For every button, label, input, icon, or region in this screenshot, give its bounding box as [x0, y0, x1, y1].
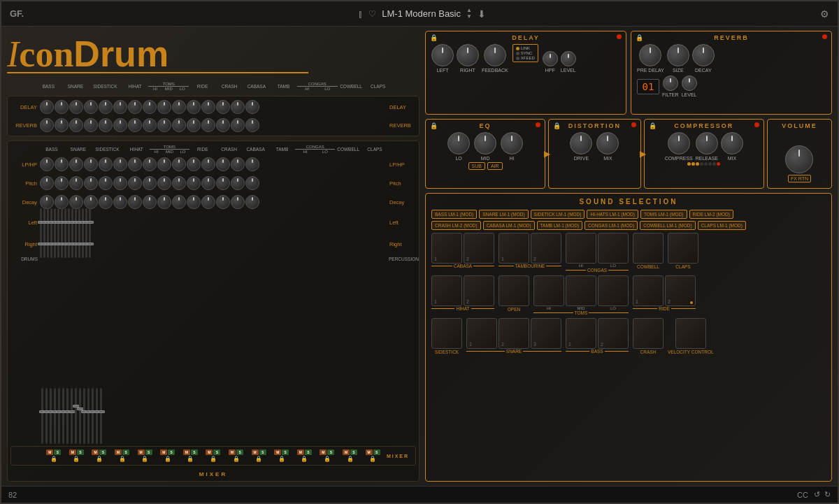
lphp-k15[interactable] [245, 157, 259, 171]
velocity-pad[interactable] [675, 318, 706, 349]
decay-k14[interactable] [231, 195, 245, 209]
snare-pad-3[interactable]: 3 [531, 318, 561, 349]
cabasa-pad-1[interactable]: 1 [431, 233, 462, 264]
solo-btn-3[interactable]: S [99, 449, 106, 455]
dist-mix-knob[interactable] [596, 132, 619, 154]
crash-pad[interactable] [633, 318, 664, 349]
decay-k3[interactable] [69, 195, 83, 209]
hihats-btn[interactable]: HI-HATS LM-1 (MOD) [587, 210, 638, 219]
solo-btn-2[interactable]: S [77, 449, 84, 455]
delay-knob-14[interactable] [231, 100, 245, 114]
lock-icon-4[interactable]: 🔒 [119, 456, 126, 462]
lphp-k2[interactable] [55, 157, 69, 171]
lphp-k14[interactable] [231, 157, 245, 171]
pitch-k4[interactable] [84, 176, 98, 190]
vol-fader-13[interactable] [92, 388, 94, 444]
lock-icon-3[interactable]: 🔒 [96, 456, 103, 462]
solo-btn-12[interactable]: S [305, 449, 312, 455]
eq-hi-knob[interactable] [501, 132, 523, 154]
mute-btn-9[interactable]: M [229, 449, 236, 455]
undo-icon[interactable]: ↺ [814, 490, 820, 499]
dist-drive-knob[interactable] [570, 132, 592, 154]
reverb-knob-3[interactable] [69, 118, 83, 132]
lock-icon-12[interactable]: 🔒 [301, 456, 308, 462]
delay-knob-13[interactable] [216, 100, 230, 114]
decay-k8[interactable] [143, 195, 157, 209]
toms-mid-pad[interactable] [566, 275, 596, 306]
reverb-lock[interactable]: 🔒 [636, 34, 643, 41]
tamb-btn[interactable]: TAMB LM-1 (MOD) [537, 221, 583, 230]
delay-knob-11[interactable] [187, 100, 201, 114]
solo-btn-14[interactable]: S [350, 449, 357, 455]
reverb-decay-knob[interactable] [692, 44, 715, 66]
toms-btn[interactable]: TOMS LM-1 (MOD) [640, 210, 687, 219]
vol-fader-12[interactable] [87, 388, 89, 444]
preset-name[interactable]: LM-1 Modern Basic [382, 8, 461, 19]
sidetick-btn[interactable]: SIDETICK LM-1 (MOD) [531, 210, 585, 219]
vol-fader-5[interactable] [58, 388, 60, 444]
solo-btn-5[interactable]: S [145, 449, 152, 455]
download-icon[interactable]: ⬇ [478, 8, 486, 20]
vol-fader-9[interactable] [75, 388, 77, 444]
open-pad[interactable] [499, 275, 529, 306]
sub-button[interactable]: SUB [468, 162, 485, 170]
lock-icon-8[interactable]: 🔒 [210, 456, 217, 462]
bass-pad-2[interactable]: 2 [598, 318, 629, 349]
solo-btn-9[interactable]: S [236, 449, 243, 455]
congas-btn[interactable]: CONGAS LM-1 (MOD) [585, 221, 638, 230]
decay-k13[interactable] [216, 195, 230, 209]
toms-hi-pad[interactable] [533, 275, 564, 306]
decay-k6[interactable] [113, 195, 127, 209]
mute-btn-15[interactable]: M [366, 449, 373, 455]
delay-knob-6[interactable] [113, 100, 127, 114]
delay-knob-1[interactable] [40, 100, 54, 114]
reverb-knob-12[interactable] [201, 118, 215, 132]
reverb-predelay-knob[interactable] [639, 44, 661, 66]
vol-fader-11[interactable] [83, 388, 85, 444]
reverb-knob-4[interactable] [84, 118, 98, 132]
mute-btn-5[interactable]: M [138, 449, 145, 455]
vol-fader-8[interactable] [71, 388, 73, 444]
eq-mid-knob[interactable] [474, 132, 496, 154]
mute-btn-1[interactable]: M [46, 449, 53, 455]
lock-icon-13[interactable]: 🔒 [324, 456, 331, 462]
solo-btn-4[interactable]: S [122, 449, 129, 455]
vol-fader-7[interactable] [66, 388, 69, 444]
toms-lo-pad[interactable] [598, 275, 629, 306]
delay-knob-10[interactable] [172, 100, 186, 114]
reverb-knob-10[interactable] [172, 118, 186, 132]
mute-btn-8[interactable]: M [206, 449, 213, 455]
hihat-pad-1[interactable]: 1 [431, 275, 462, 306]
solo-btn-6[interactable]: S [168, 449, 175, 455]
lphp-k1[interactable] [40, 157, 54, 171]
pitch-k11[interactable] [187, 176, 201, 190]
vol-fader-4[interactable] [54, 388, 56, 444]
solo-btn-8[interactable]: S [213, 449, 220, 455]
pitch-k15[interactable] [245, 176, 259, 190]
lphp-k12[interactable] [201, 157, 215, 171]
ride-btn[interactable]: RIDE LM-2 (MOD) [689, 210, 733, 219]
sidestick-pad[interactable] [431, 318, 462, 349]
reverb-knob-11[interactable] [187, 118, 201, 132]
delay-knob-3[interactable] [69, 100, 83, 114]
delay-knob-15[interactable] [245, 100, 259, 114]
comp-lock[interactable]: 🔒 [649, 122, 657, 129]
delay-knob-9[interactable] [157, 100, 171, 114]
reverb-knob-8[interactable] [143, 118, 157, 132]
pitch-k10[interactable] [172, 176, 186, 190]
decay-k4[interactable] [84, 195, 98, 209]
delay-knob-12[interactable] [201, 100, 215, 114]
lphp-k13[interactable] [216, 157, 230, 171]
congas-lo-pad[interactable] [598, 233, 629, 264]
congas-hi-pad[interactable] [566, 233, 596, 264]
decay-k7[interactable] [128, 195, 142, 209]
comp-compress-knob[interactable] [668, 132, 690, 154]
lphp-k3[interactable] [69, 157, 83, 171]
pitch-k5[interactable] [99, 176, 113, 190]
comp-release-knob[interactable] [696, 132, 718, 154]
lock-icon-15[interactable]: 🔒 [369, 456, 376, 462]
right-fader-15[interactable] [89, 230, 91, 258]
pitch-k8[interactable] [143, 176, 157, 190]
eq-lock[interactable]: 🔒 [430, 122, 438, 129]
crash-btn[interactable]: CRASH LM-2 (MOD) [431, 221, 481, 230]
